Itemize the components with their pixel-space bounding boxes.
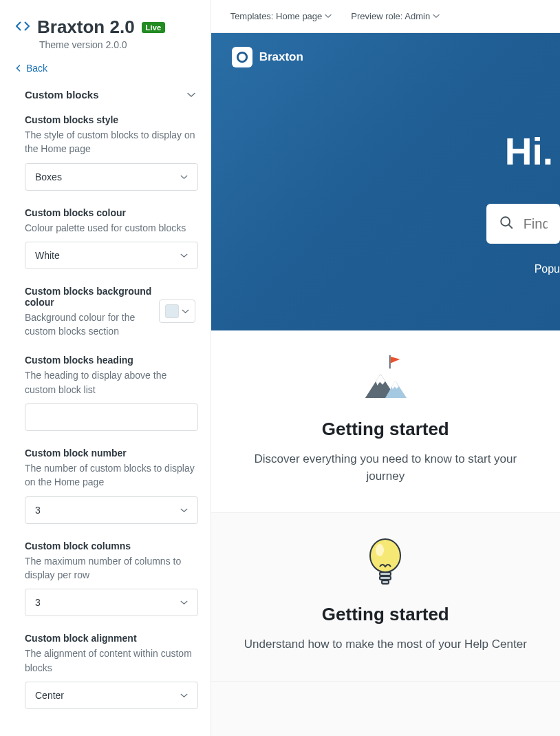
field-desc: The number of custom blocks to display o… (25, 461, 195, 490)
live-badge: Live (142, 22, 166, 33)
card-desc: Discover everything you need to know to … (241, 451, 530, 485)
preview-topbar: Templates: Home page Preview role: Admin (211, 0, 560, 33)
settings-sidebar: Braxton 2.0 Live Theme version 2.0.0 Bac… (0, 0, 211, 736)
svg-point-0 (237, 52, 246, 61)
theme-title: Braxton 2.0 (37, 17, 135, 38)
field-alignment: Custom block alignment The alignment of … (15, 633, 195, 709)
chevron-down-icon (180, 251, 188, 260)
hero-greeting: Hi. (232, 129, 560, 174)
field-heading: Custom blocks heading The heading to dis… (15, 355, 195, 431)
field-bg-colour: Custom blocks background colour Backgrou… (15, 286, 195, 339)
field-label: Custom blocks background colour (25, 286, 159, 308)
svg-line-2 (508, 225, 512, 229)
card-desc: Understand how to make the most of your … (241, 636, 530, 653)
search-icon (499, 215, 514, 233)
field-desc: Background colour for the custom blocks … (25, 311, 159, 339)
chevron-down-icon (433, 14, 440, 19)
section-title: Custom blocks (15, 89, 99, 101)
chevron-down-icon (180, 598, 188, 607)
chevron-down-icon (182, 307, 189, 315)
section-header[interactable]: Custom blocks (15, 89, 195, 101)
columns-select[interactable]: 3 (25, 589, 198, 616)
colour-swatch (165, 304, 179, 318)
field-desc: The maximum number of columns to display… (25, 554, 195, 582)
mountain-flag-icon (241, 354, 530, 403)
svg-rect-7 (380, 576, 391, 580)
bg-colour-picker[interactable] (159, 299, 195, 323)
search-bar[interactable] (486, 204, 560, 244)
feature-card: Getting started Discover everything you … (211, 330, 560, 513)
chevron-down-icon (187, 91, 195, 99)
theme-version: Theme version 2.0.0 (39, 39, 195, 50)
field-label: Custom blocks heading (25, 355, 195, 366)
field-desc: Colour palette used for custom blocks (25, 221, 195, 235)
alignment-select[interactable]: Center (25, 682, 198, 709)
field-desc: The style of custom blocks to display on… (25, 128, 195, 156)
field-desc: The heading to display above the custom … (25, 368, 195, 397)
chevron-down-icon (325, 14, 332, 19)
search-input[interactable] (524, 216, 548, 232)
select-value: Boxes (35, 171, 62, 182)
chevron-left-icon (15, 63, 22, 74)
svg-rect-3 (389, 355, 391, 368)
chevron-down-icon (180, 173, 188, 181)
select-value: White (35, 250, 60, 261)
card-title: Getting started (241, 419, 530, 440)
brand-name: Braxton (259, 50, 303, 64)
select-value: 3 (35, 597, 41, 608)
code-icon (15, 20, 30, 35)
field-number: Custom block number The number of custom… (15, 448, 195, 524)
field-label: Custom block number (25, 448, 195, 459)
colour-select[interactable]: White (25, 242, 198, 269)
heading-input[interactable] (25, 403, 198, 431)
style-select[interactable]: Boxes (25, 163, 198, 191)
field-colour: Custom blocks colour Colour palette used… (15, 207, 195, 269)
brand: Braxton (232, 47, 560, 67)
lightbulb-icon (241, 536, 530, 589)
popular-label: Popu (232, 263, 560, 275)
field-label: Custom block columns (25, 540, 195, 551)
field-style: Custom blocks style The style of custom … (15, 114, 195, 191)
select-value: 3 (35, 505, 41, 516)
field-desc: The alignment of content within custom b… (25, 646, 195, 675)
chevron-down-icon (180, 691, 188, 700)
back-label: Back (26, 63, 47, 74)
svg-rect-8 (382, 580, 389, 584)
svg-rect-6 (380, 572, 391, 576)
preview-pane: Templates: Home page Preview role: Admin… (211, 0, 560, 736)
field-label: Custom blocks colour (25, 207, 195, 218)
field-label: Custom blocks style (25, 114, 195, 125)
templates-label: Templates: Home page (230, 11, 323, 21)
svg-point-5 (376, 544, 384, 556)
preview-role-label: Preview role: Admin (351, 11, 430, 21)
sidebar-header: Braxton 2.0 Live (15, 17, 195, 38)
field-label: Custom block alignment (25, 633, 195, 644)
field-columns: Custom block columns The maximum number … (15, 540, 195, 617)
feature-card: Getting started Understand how to make t… (211, 513, 560, 682)
hero-section: Braxton Hi. Popu (211, 33, 560, 330)
back-link[interactable]: Back (15, 63, 195, 74)
select-value: Center (35, 690, 64, 701)
brand-logo-icon (232, 47, 252, 67)
chevron-down-icon (180, 506, 188, 514)
preview-role-dropdown[interactable]: Preview role: Admin (351, 11, 440, 21)
templates-dropdown[interactable]: Templates: Home page (230, 11, 332, 21)
card-title: Getting started (241, 604, 530, 625)
number-select[interactable]: 3 (25, 496, 198, 524)
